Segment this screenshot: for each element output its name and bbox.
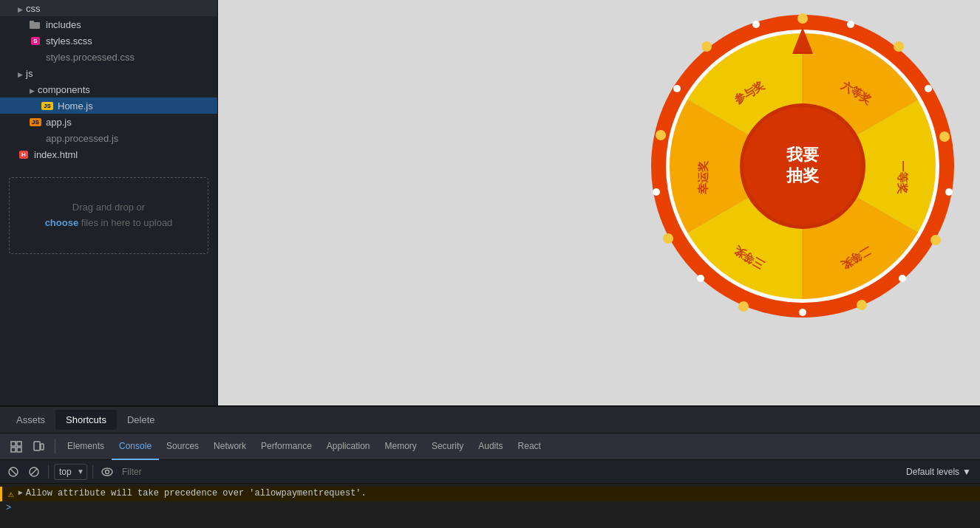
devtools-tabs: Elements Console Sources Network Perform…	[0, 433, 980, 460]
preview-area: 六等奖 一等奖 二等奖 三等奖 幸运奖 参与奖 我要 抽奖	[218, 0, 980, 405]
svg-rect-43	[17, 448, 21, 452]
bottom-panel: Assets Shortcuts Delete Elements Console…	[0, 405, 980, 528]
asset-tabs: Assets Shortcuts Delete	[0, 407, 980, 433]
sidebar-item-app-processed[interactable]: app.processed.js	[0, 130, 217, 146]
prompt-icon: >	[6, 503, 11, 513]
drag-drop-text1: Drag and drop or	[72, 202, 145, 213]
filter-input[interactable]	[119, 465, 899, 479]
drag-drop-text2: files in here to upload	[81, 217, 173, 228]
svg-point-7	[857, 300, 867, 310]
folder-icon	[30, 18, 41, 30]
tab-sources[interactable]: Sources	[159, 433, 206, 460]
tab-application[interactable]: Application	[319, 433, 378, 460]
console-input[interactable]	[16, 503, 974, 513]
svg-point-19	[673, 85, 681, 92]
sidebar-item-label: components	[38, 84, 90, 95]
svg-point-8	[738, 301, 749, 312]
block-icon[interactable]	[25, 463, 43, 481]
plain-file-icon	[30, 132, 41, 144]
tab-memory[interactable]: Memory	[378, 433, 424, 460]
js-file-icon-orange: JS	[30, 116, 41, 128]
svg-rect-41	[17, 442, 21, 446]
svg-point-11	[701, 41, 712, 52]
svg-point-5	[939, 131, 950, 142]
expand-arrow-icon[interactable]: ▶	[18, 488, 23, 497]
eye-icon[interactable]	[98, 463, 116, 481]
svg-point-9	[663, 233, 673, 244]
js-file-icon: JS	[41, 100, 53, 112]
svg-line-47	[10, 469, 16, 475]
tab-react[interactable]: React	[511, 433, 548, 460]
tab-shortcuts[interactable]: Shortcuts	[55, 410, 117, 430]
inspect-icon[interactable]	[6, 436, 27, 457]
svg-point-3	[797, 13, 808, 24]
svg-point-16	[799, 309, 806, 316]
sidebar-item-label: app.processed.js	[46, 133, 118, 144]
sidebar-item-label: styles.scss	[46, 35, 92, 47]
svg-line-49	[31, 468, 38, 475]
tab-console[interactable]: Console	[112, 433, 159, 460]
drag-drop-area[interactable]: Drag and drop or choose files in here to…	[9, 177, 208, 254]
svg-point-4	[894, 41, 904, 52]
sidebar-item-label: css	[26, 3, 41, 14]
default-levels-label: Default levels	[906, 467, 959, 477]
scss-file-icon: S	[30, 35, 41, 47]
sidebar-item-css[interactable]: css	[0, 0, 217, 16]
chevron-down-icon: ▼	[962, 467, 971, 477]
svg-point-14	[945, 188, 953, 196]
folder-icon	[18, 68, 26, 79]
svg-point-18	[653, 188, 660, 196]
tab-performance[interactable]: Performance	[253, 433, 319, 460]
clear-console-icon[interactable]	[4, 463, 22, 481]
sidebar-item-label: index.html	[34, 149, 78, 160]
warning-icon: ⚠	[8, 488, 14, 500]
separator	[48, 465, 49, 479]
folder-icon	[18, 3, 26, 14]
svg-text:我要: 我要	[786, 145, 820, 164]
sidebar-item-components[interactable]: components	[0, 81, 217, 97]
tab-delete[interactable]: Delete	[117, 410, 166, 430]
svg-rect-45	[41, 444, 44, 450]
sidebar-item-label: Home.js	[58, 100, 93, 112]
svg-point-12	[847, 21, 854, 28]
tab-elements[interactable]: Elements	[60, 433, 112, 460]
separator	[55, 439, 55, 454]
svg-rect-40	[11, 442, 16, 446]
sidebar-item-styles-processed[interactable]: styles.processed.css	[0, 49, 217, 65]
svg-point-15	[899, 275, 906, 282]
svg-text:一等奖: 一等奖	[896, 161, 908, 195]
separator	[92, 465, 93, 479]
sidebar-item-styles-scss[interactable]: S styles.scss	[0, 32, 217, 49]
svg-rect-42	[11, 448, 16, 452]
sidebar-item-app-js[interactable]: JS app.js	[0, 114, 217, 130]
svg-text:幸运奖: 幸运奖	[696, 160, 709, 194]
sidebar-item-home-js[interactable]: JS Home.js	[0, 97, 217, 114]
console-warning-row: ⚠ ▶ Allow attribute will take precedence…	[0, 487, 980, 501]
sidebar-item-includes[interactable]: includes	[0, 16, 217, 32]
file-tree: css includes S styles.scss styles.proces…	[0, 0, 218, 405]
tab-audits[interactable]: Audits	[471, 433, 510, 460]
prize-wheel: 六等奖 一等奖 二等奖 三等奖 幸运奖 参与奖 我要 抽奖	[647, 11, 958, 321]
default-levels-btn[interactable]: Default levels ▼	[902, 465, 976, 479]
console-prompt-row[interactable]: >	[0, 501, 980, 515]
svg-point-51	[106, 470, 109, 473]
sidebar-item-index-html[interactable]: H index.html	[0, 146, 217, 162]
svg-point-20	[752, 21, 760, 28]
svg-rect-44	[34, 442, 40, 450]
folder-icon	[30, 84, 38, 95]
html-file-icon: H	[18, 148, 30, 160]
context-select[interactable]: top	[54, 464, 87, 480]
sidebar-item-label: includes	[46, 19, 81, 30]
console-output: ⚠ ▶ Allow attribute will take precedence…	[0, 484, 980, 528]
sidebar-item-js[interactable]: js	[0, 65, 217, 81]
svg-point-10	[656, 130, 666, 140]
svg-point-6	[930, 235, 941, 245]
sidebar-item-label: js	[26, 68, 33, 79]
tab-network[interactable]: Network	[206, 433, 253, 460]
css-file-icon	[30, 51, 41, 63]
context-select-wrap: top ▼	[54, 464, 87, 480]
tab-assets[interactable]: Assets	[6, 410, 55, 430]
tab-security[interactable]: Security	[424, 433, 471, 460]
svg-point-13	[925, 85, 932, 92]
device-icon[interactable]	[28, 436, 49, 457]
